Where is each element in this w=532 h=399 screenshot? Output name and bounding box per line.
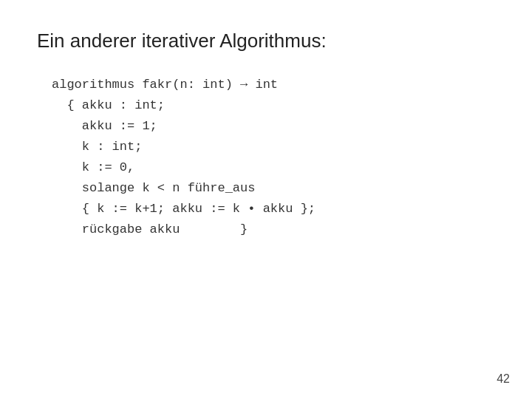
code-block: algorithmus fakr(n: int) → int { akku : … — [52, 75, 495, 240]
code-line-2: { akku : int; — [52, 95, 495, 116]
code-line-5: k := 0, — [52, 157, 495, 178]
slide-title: Ein anderer iterativer Algorithmus: — [37, 30, 495, 52]
code-line-4: k : int; — [52, 137, 495, 157]
code-line-6: solange k < n führe_aus — [52, 178, 495, 199]
code-line-8: rückgabe akku } — [52, 219, 495, 240]
code-line-3: akku := 1; — [52, 116, 495, 137]
code-line-1: algorithmus fakr(n: int) → int — [52, 75, 495, 95]
slide-container: Ein anderer iterativer Algorithmus: algo… — [0, 0, 532, 399]
page-number: 42 — [497, 372, 510, 386]
code-line-7: { k := k+1; akku := k • akku }; — [52, 199, 495, 219]
